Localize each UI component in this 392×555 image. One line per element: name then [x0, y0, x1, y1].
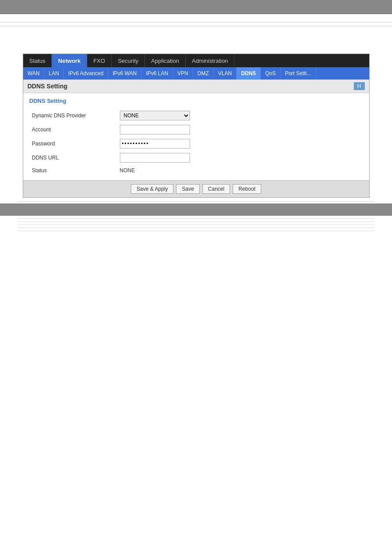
input-account[interactable] [120, 125, 190, 134]
line-sep-1 [18, 218, 374, 219]
line-group [18, 218, 374, 231]
reboot-button[interactable]: Reboot [233, 184, 261, 194]
subtab-vpn[interactable]: VPN [173, 67, 193, 80]
tab-status[interactable]: Status [23, 54, 52, 67]
row-ddns-url: DDNS URL [29, 151, 363, 165]
top-bar [0, 0, 392, 14]
subtab-ipv6wan[interactable]: IPv6 WAN [108, 67, 141, 80]
subtab-dmz[interactable]: DMZ [193, 67, 214, 80]
save-button[interactable]: Save [176, 184, 199, 194]
page-title: DDNS Setting [28, 83, 68, 90]
select-dynamic-dns-provider[interactable]: NONE DynDNS No-IP 3322 Custom [120, 111, 190, 120]
line-sep-2 [18, 221, 374, 222]
page-wrapper: Status Network FXO Security Application … [0, 0, 392, 234]
tab-network[interactable]: Network [52, 54, 87, 67]
line-sep-5 [18, 231, 374, 231]
input-ddns-url[interactable] [120, 153, 190, 163]
cell-password [117, 137, 363, 151]
label-password: Password [29, 137, 117, 151]
subtab-vlan[interactable]: VLAN [214, 67, 237, 80]
row-password: Password [29, 137, 363, 151]
router-ui: Status Network FXO Security Application … [23, 54, 370, 198]
line-sep-3 [18, 225, 374, 225]
save-apply-button[interactable]: Save & Apply [131, 184, 173, 194]
row-status: Status NONE [29, 165, 363, 176]
bottom-bar [0, 203, 392, 216]
label-dynamic-dns-provider: Dynamic DNS Provider [29, 109, 117, 123]
subtab-ddns[interactable]: DDNS [237, 67, 261, 80]
tab-fxo[interactable]: FXO [87, 54, 112, 67]
tab-application[interactable]: Application [145, 54, 186, 67]
subtab-portsetting[interactable]: Port Setti... [281, 67, 316, 80]
ddns-form-table: Dynamic DNS Provider NONE DynDNS No-IP 3… [29, 109, 363, 176]
help-button[interactable]: H [354, 82, 365, 90]
cell-account [117, 123, 363, 137]
section-heading: DDNS Setting [29, 98, 363, 104]
row-dynamic-dns-provider: Dynamic DNS Provider NONE DynDNS No-IP 3… [29, 109, 363, 123]
cell-dynamic-dns-provider: NONE DynDNS No-IP 3322 Custom [117, 109, 363, 123]
cell-status: NONE [117, 165, 363, 176]
cell-ddns-url [117, 151, 363, 165]
subtab-ipv6lan[interactable]: IPv6 LAN [141, 67, 173, 80]
secondary-nav: WAN LAN IPv6 Advanced IPv6 WAN IPv6 LAN … [23, 67, 369, 80]
status-value: NONE [120, 167, 135, 174]
page-title-bar: DDNS Setting H [23, 80, 369, 93]
subtab-qos[interactable]: QoS [261, 67, 281, 80]
label-status: Status [29, 165, 117, 176]
label-ddns-url: DDNS URL [29, 151, 117, 165]
subtab-ipv6advanced[interactable]: IPv6 Advanced [64, 67, 108, 80]
ddns-section: DDNS Setting Dynamic DNS Provider NONE D… [23, 93, 369, 180]
subtab-lan[interactable]: LAN [44, 67, 64, 80]
input-password[interactable] [120, 139, 190, 149]
cancel-button[interactable]: Cancel [202, 184, 230, 194]
tab-administration[interactable]: Administration [186, 54, 234, 67]
divider-below-router [18, 201, 374, 202]
label-account: Account [29, 123, 117, 137]
tab-security[interactable]: Security [111, 54, 145, 67]
subtab-wan[interactable]: WAN [23, 67, 45, 80]
action-bar: Save & Apply Save Cancel Reboot [23, 180, 369, 197]
line-sep-4 [18, 228, 374, 228]
row-account: Account [29, 123, 363, 137]
primary-nav: Status Network FXO Security Application … [23, 54, 369, 67]
